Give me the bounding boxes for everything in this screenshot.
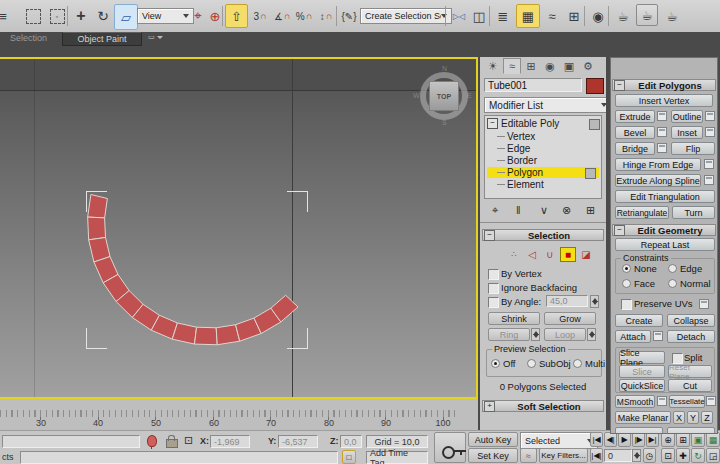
- vertex-subobject-icon[interactable]: ∴: [506, 247, 522, 262]
- snaps-toggle-3d-icon[interactable]: 3∩: [249, 4, 271, 28]
- planar-x-button[interactable]: X: [673, 411, 685, 424]
- tube-polygon-face[interactable]: [88, 217, 106, 240]
- angle-snap-toggle-icon[interactable]: ∡∩: [271, 4, 293, 28]
- modifier-list-dropdown[interactable]: Modifier List: [484, 97, 606, 113]
- ring-button[interactable]: Ring: [488, 328, 530, 341]
- bevel-settings-icon[interactable]: [657, 127, 667, 137]
- preview-off-radio[interactable]: [491, 359, 500, 368]
- x-coordinate-field[interactable]: -1,969: [210, 435, 250, 448]
- tab-modify-icon[interactable]: ≈: [503, 58, 521, 74]
- retriangulate-button[interactable]: Retriangulate: [615, 206, 669, 219]
- edit-named-selection-sets-icon[interactable]: {✎}: [338, 4, 360, 28]
- mirror-icon[interactable]: ▷◁: [448, 4, 470, 28]
- material-editor-icon[interactable]: ◉: [587, 4, 609, 28]
- isolate-selection-toggle-icon[interactable]: [147, 435, 157, 447]
- pin-stack-icon[interactable]: ⌖: [492, 204, 498, 217]
- stack-item-border[interactable]: Border: [487, 155, 603, 166]
- attach-button[interactable]: Attach: [615, 330, 651, 343]
- by-angle-spinner[interactable]: [590, 295, 599, 308]
- collapse-minus-icon[interactable]: −: [614, 80, 625, 91]
- auto-key-button[interactable]: Auto Key: [468, 432, 518, 447]
- reference-coordinate-system-dropdown[interactable]: View: [137, 8, 194, 24]
- rendered-frame-window-icon[interactable]: ☕: [636, 4, 658, 26]
- select-and-scale-icon[interactable]: ▱: [114, 4, 138, 30]
- stack-item-vertex[interactable]: Vertex: [487, 131, 603, 142]
- zoom-extents-all-button[interactable]: ▦: [706, 432, 720, 447]
- selection-lock-toggle-icon[interactable]: [166, 439, 178, 448]
- ribbon-tab-object-paint[interactable]: Object Paint: [62, 32, 142, 46]
- render-production-icon[interactable]: ☕: [661, 4, 683, 28]
- repeat-last-button[interactable]: Repeat Last: [615, 238, 715, 251]
- loop-button[interactable]: Loop: [544, 328, 586, 341]
- edit-triangulation-button[interactable]: Edit Triangulation: [615, 190, 715, 203]
- tab-hierarchy-icon[interactable]: ⊞: [522, 58, 540, 74]
- make-unique-icon[interactable]: ∨: [540, 204, 548, 217]
- detach-button[interactable]: Detach: [667, 330, 715, 343]
- clipped-button[interactable]: [615, 427, 663, 434]
- collapse-minus-icon[interactable]: −: [484, 230, 495, 241]
- y-coordinate-field[interactable]: -6,537: [278, 435, 318, 448]
- shrink-button[interactable]: Shrink: [488, 312, 540, 325]
- configure-modifier-sets-icon[interactable]: ⊞: [586, 204, 595, 217]
- modifier-display-square[interactable]: [589, 119, 600, 130]
- key-mode-toggle-button[interactable]: |◀|: [590, 448, 603, 463]
- edit-polygons-header[interactable]: − Edit Polygons: [612, 79, 716, 91]
- track-bar[interactable]: 30405060708090100: [0, 399, 478, 430]
- reset-plane-button[interactable]: Reset Plane: [668, 365, 712, 378]
- ring-spinner[interactable]: [531, 328, 540, 341]
- current-frame-field[interactable]: 0: [604, 449, 632, 462]
- preserve-uvs-settings-icon[interactable]: [699, 299, 709, 309]
- create-button[interactable]: Create: [615, 314, 663, 327]
- percent-snap-toggle-icon[interactable]: %∩: [293, 4, 315, 28]
- stack-item-polygon-selected[interactable]: Polygon: [487, 167, 599, 178]
- outline-settings-icon[interactable]: [705, 111, 715, 121]
- zoom-button[interactable]: ⊕: [661, 432, 675, 447]
- extrude-spline-settings-icon[interactable]: [704, 175, 714, 185]
- rectangular-selection-region-icon[interactable]: [22, 4, 44, 28]
- collapse-minus-icon[interactable]: −: [614, 225, 625, 236]
- msmooth-settings-icon[interactable]: [657, 396, 667, 406]
- turn-button[interactable]: Turn: [672, 206, 715, 219]
- grow-button[interactable]: Grow: [544, 312, 596, 325]
- make-planar-button[interactable]: Make Planar: [615, 411, 671, 424]
- viewcube-top-face[interactable]: TOP: [429, 81, 459, 111]
- expand-plus-icon[interactable]: +: [484, 401, 495, 412]
- preview-subobj-radio[interactable]: [527, 359, 536, 368]
- loop-spinner[interactable]: [587, 328, 596, 341]
- remove-modifier-icon[interactable]: ⊗: [562, 204, 571, 217]
- tab-create-icon[interactable]: ☀: [484, 58, 502, 74]
- by-angle-checkbox[interactable]: [488, 297, 499, 308]
- insert-vertex-button[interactable]: Insert Vertex: [615, 94, 713, 107]
- object-color-swatch[interactable]: [586, 78, 604, 94]
- constraint-edge-radio[interactable]: [668, 264, 677, 273]
- absolute-mode-transform-icon[interactable]: ⊡: [184, 434, 193, 447]
- schematic-view-icon[interactable]: ⊞: [563, 4, 585, 28]
- add-time-tag[interactable]: Add Time Tag: [366, 451, 428, 464]
- render-setup-icon[interactable]: ☕: [612, 4, 634, 28]
- slice-plane-button[interactable]: Slice Plane: [619, 351, 665, 364]
- extrude-along-spline-button[interactable]: Extrude Along Spline: [615, 174, 701, 187]
- tessellate-button[interactable]: Tessellate: [669, 395, 705, 408]
- select-and-move-icon[interactable]: +: [70, 4, 92, 28]
- default-in-out-tangents-button[interactable]: ≈: [520, 448, 537, 463]
- select-and-rotate-icon[interactable]: ↻: [92, 4, 114, 28]
- modifier-stack[interactable]: − Editable Poly Vertex Edge Border Polyg…: [484, 115, 602, 199]
- extrude-settings-icon[interactable]: [657, 111, 667, 121]
- ribbon-tab-selection[interactable]: Selection: [10, 33, 47, 43]
- attach-settings-icon[interactable]: [653, 331, 663, 341]
- collapse-minus-icon[interactable]: −: [487, 118, 498, 129]
- layer-manager-icon[interactable]: ≣: [492, 4, 514, 28]
- stack-item-editable-poly[interactable]: − Editable Poly: [487, 118, 603, 129]
- edge-subobject-icon[interactable]: ◁: [524, 247, 540, 262]
- z-coordinate-field[interactable]: 0,0: [340, 435, 362, 448]
- cube-toggle-icon[interactable]: □: [342, 450, 356, 464]
- previous-frame-button[interactable]: ◀|: [604, 432, 617, 447]
- preview-multi-radio[interactable]: [573, 359, 582, 368]
- constraint-none-radio[interactable]: [622, 264, 631, 273]
- select-by-name-icon[interactable]: ≡: [0, 4, 14, 28]
- go-to-end-button[interactable]: ▶|: [646, 432, 659, 447]
- keyboard-shortcut-override-toggle-icon[interactable]: ⇧: [225, 4, 248, 28]
- hinge-from-edge-button[interactable]: Hinge From Edge: [615, 158, 701, 171]
- key-filters-button[interactable]: Key Filters...: [539, 448, 588, 463]
- zoom-region-button[interactable]: ⊡: [661, 448, 675, 463]
